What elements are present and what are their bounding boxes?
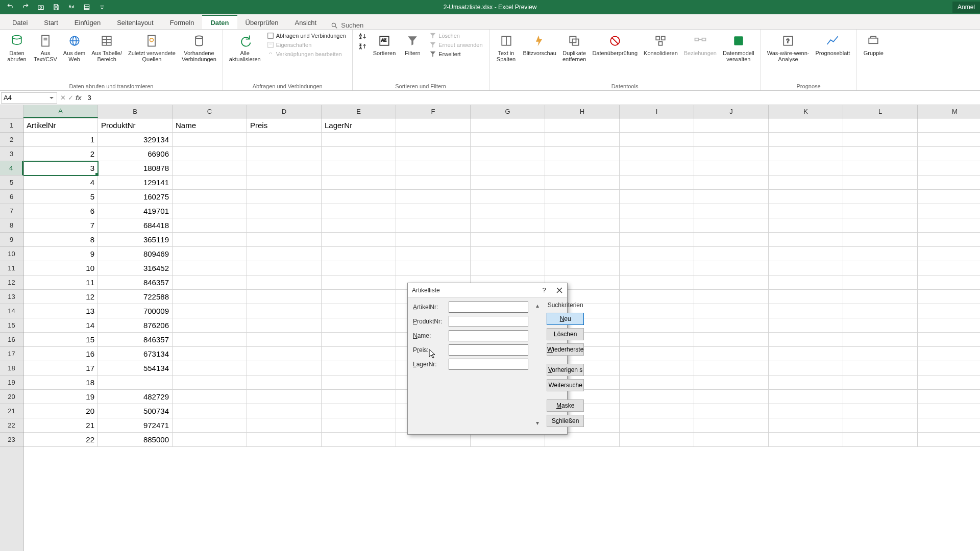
redo-icon[interactable] xyxy=(19,2,32,12)
cell[interactable]: LagerNr xyxy=(322,118,396,133)
cell[interactable] xyxy=(173,276,247,290)
cell[interactable] xyxy=(769,333,843,347)
from-text-csv-button[interactable]: Aus Text/CSV xyxy=(32,32,59,63)
formula-input[interactable]: 3 xyxy=(85,94,980,102)
cell[interactable]: 15 xyxy=(23,333,98,347)
cell[interactable] xyxy=(322,375,396,390)
manage-data-model-button[interactable]: Datenmodell verwalten xyxy=(721,32,756,63)
queries-connections-item[interactable]: Abfragen und Verbindungen xyxy=(265,32,348,40)
row-header[interactable]: 15 xyxy=(0,318,23,333)
cell[interactable] xyxy=(471,247,545,261)
cell[interactable] xyxy=(769,390,843,404)
cell[interactable] xyxy=(396,233,471,247)
cell[interactable] xyxy=(471,190,545,204)
cell[interactable] xyxy=(769,433,843,447)
cell[interactable]: 972471 xyxy=(98,418,173,433)
tab-ansicht[interactable]: Ansicht xyxy=(287,16,325,29)
cancel-formula-icon[interactable]: ✕ xyxy=(60,94,66,102)
tab-datei[interactable]: Datei xyxy=(4,16,36,29)
cell[interactable] xyxy=(173,247,247,261)
cell[interactable]: 7 xyxy=(23,218,98,233)
cell[interactable]: 129141 xyxy=(98,176,173,190)
cell[interactable] xyxy=(769,304,843,318)
cell[interactable] xyxy=(694,218,769,233)
dialog-field-input[interactable] xyxy=(449,316,528,327)
cell[interactable] xyxy=(843,347,918,361)
cell[interactable] xyxy=(694,190,769,204)
cell[interactable] xyxy=(396,433,471,447)
column-header[interactable]: G xyxy=(471,105,545,118)
sort-asc-button[interactable]: AZ xyxy=(357,32,369,41)
cell[interactable] xyxy=(322,161,396,176)
cell[interactable] xyxy=(247,133,322,147)
dialog-button[interactable]: Neu xyxy=(547,313,584,325)
cell[interactable] xyxy=(918,304,980,318)
cell[interactable] xyxy=(620,347,694,361)
cell[interactable] xyxy=(694,133,769,147)
dialog-field-input[interactable] xyxy=(449,359,528,370)
undo-icon[interactable] xyxy=(4,2,16,12)
cell[interactable] xyxy=(843,218,918,233)
cell[interactable] xyxy=(173,204,247,218)
login-button[interactable]: Anmel xyxy=(952,2,980,13)
cell[interactable] xyxy=(918,390,980,404)
cell[interactable] xyxy=(769,147,843,161)
cell[interactable]: 16 xyxy=(23,347,98,361)
cell[interactable] xyxy=(769,218,843,233)
cell[interactable] xyxy=(694,418,769,433)
row-header[interactable]: 16 xyxy=(0,333,23,347)
cell[interactable] xyxy=(918,118,980,133)
row-header[interactable]: 4 xyxy=(0,161,23,176)
cell[interactable] xyxy=(694,290,769,304)
cell[interactable] xyxy=(843,147,918,161)
cell[interactable] xyxy=(620,318,694,333)
cell[interactable] xyxy=(620,176,694,190)
column-header[interactable]: D xyxy=(247,105,322,118)
cell[interactable]: 846357 xyxy=(98,333,173,347)
cell[interactable]: 11 xyxy=(23,276,98,290)
remove-duplicates-button[interactable]: Duplikate entfernen xyxy=(560,32,588,63)
row-header[interactable]: 12 xyxy=(0,276,23,290)
row-header[interactable]: 10 xyxy=(0,247,23,261)
consolidate-button[interactable]: Konsolidieren xyxy=(642,32,680,57)
cell[interactable] xyxy=(843,190,918,204)
cell[interactable] xyxy=(173,433,247,447)
cell[interactable]: 316452 xyxy=(98,261,173,276)
row-header[interactable]: 8 xyxy=(0,218,23,233)
form-icon[interactable] xyxy=(81,2,93,12)
cell[interactable] xyxy=(694,261,769,276)
tab-seitenlayout[interactable]: Seitenlayout xyxy=(109,16,162,29)
cell[interactable] xyxy=(247,176,322,190)
cell[interactable] xyxy=(173,418,247,433)
cell[interactable] xyxy=(769,290,843,304)
scroll-down-icon[interactable]: ▾ xyxy=(533,419,542,427)
cell[interactable] xyxy=(173,304,247,318)
cell[interactable] xyxy=(694,347,769,361)
cell[interactable] xyxy=(769,361,843,375)
cell[interactable] xyxy=(843,118,918,133)
cell[interactable] xyxy=(843,133,918,147)
cell[interactable] xyxy=(620,375,694,390)
cell[interactable] xyxy=(620,118,694,133)
cell[interactable] xyxy=(843,418,918,433)
group-button[interactable]: Gruppie xyxy=(861,32,886,57)
cell[interactable] xyxy=(918,361,980,375)
row-header[interactable]: 1 xyxy=(0,118,23,133)
cell[interactable] xyxy=(694,161,769,176)
cell[interactable]: ProduktNr xyxy=(98,118,173,133)
tab-einfugen[interactable]: Einfügen xyxy=(66,16,109,29)
cell[interactable] xyxy=(694,433,769,447)
row-header[interactable]: 20 xyxy=(0,390,23,404)
cell[interactable] xyxy=(918,333,980,347)
flash-fill-button[interactable]: Blitzvorschau xyxy=(521,32,558,57)
cell[interactable] xyxy=(620,404,694,418)
cell[interactable] xyxy=(322,176,396,190)
cell[interactable]: Name xyxy=(173,118,247,133)
cell[interactable]: ArtikelNr xyxy=(23,118,98,133)
row-header[interactable]: 5 xyxy=(0,176,23,190)
cell[interactable] xyxy=(173,404,247,418)
cell[interactable] xyxy=(918,218,980,233)
row-header[interactable]: 11 xyxy=(0,261,23,276)
cell[interactable] xyxy=(396,190,471,204)
cell[interactable] xyxy=(322,333,396,347)
